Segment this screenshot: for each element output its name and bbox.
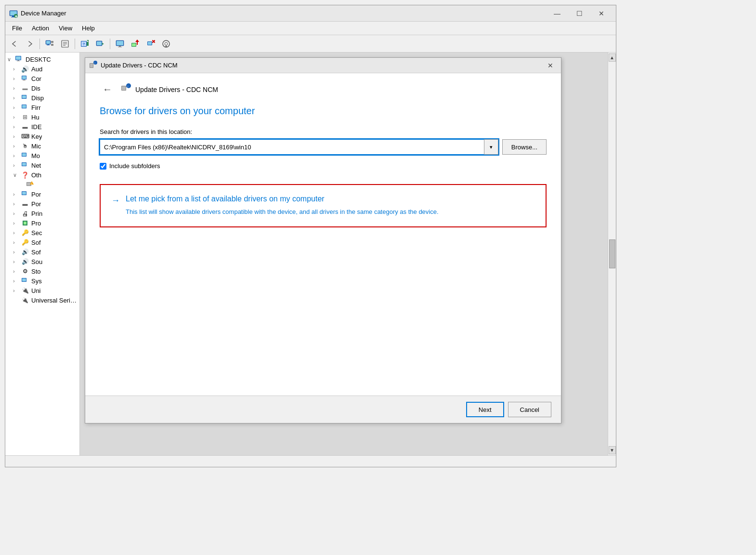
tree-item-ports1-arrow: › bbox=[13, 191, 21, 197]
tree-item-computer-icon bbox=[21, 75, 29, 82]
toolbar-uninstall[interactable] bbox=[143, 37, 158, 51]
include-subfolders-row: Include subfolders bbox=[100, 162, 547, 170]
tree-item-universal[interactable]: › 🔌 Uni bbox=[5, 286, 79, 295]
device-tree: ∨ DESKTC › 🔊 Aud › bbox=[5, 53, 80, 455]
tree-root-icon bbox=[15, 55, 24, 63]
tree-item-security-arrow: › bbox=[13, 230, 21, 236]
tree-item-usb[interactable]: 🔌 Universal Serial Bus devices bbox=[5, 295, 79, 305]
svg-rect-40 bbox=[16, 56, 21, 60]
tree-item-system[interactable]: › Sys bbox=[5, 276, 79, 286]
tree-item-network-label: Net bbox=[31, 162, 41, 169]
svg-rect-41 bbox=[18, 60, 19, 61]
svg-rect-46 bbox=[23, 80, 26, 80]
tree-item-monitors-icon bbox=[21, 152, 29, 159]
tree-item-software2-label: Sof bbox=[31, 249, 41, 256]
tree-item-network[interactable]: › Net bbox=[5, 160, 79, 170]
tree-item-ide[interactable]: › ▬ IDE bbox=[5, 122, 79, 132]
scrollbar-down-arrow[interactable]: ▼ bbox=[609, 446, 616, 454]
tree-item-usb-label: Universal Serial Bus devices bbox=[31, 297, 78, 304]
svg-rect-29 bbox=[132, 43, 136, 46]
tree-item-hid-icon: ⊞ bbox=[21, 113, 29, 121]
tree-item-disk-icon: ▬ bbox=[21, 84, 29, 92]
menu-view[interactable]: View bbox=[54, 23, 77, 34]
tree-root-label: DESKTC bbox=[26, 56, 51, 63]
toolbar-download[interactable] bbox=[159, 37, 173, 51]
tree-item-software1[interactable]: › 🔑 Sof bbox=[5, 238, 79, 247]
pick-from-list-option[interactable]: → Let me pick from a list of available d… bbox=[100, 184, 547, 227]
toolbar-help[interactable]: ? bbox=[78, 37, 92, 51]
tree-item-display-arrow: › bbox=[13, 95, 21, 101]
svg-rect-66 bbox=[90, 64, 93, 67]
tree-item-ide-label: IDE bbox=[31, 123, 42, 131]
tree-item-hid[interactable]: › ⊞ Hu bbox=[5, 112, 79, 122]
tree-item-audio-label: Aud bbox=[31, 66, 42, 73]
browse-button[interactable]: Browse... bbox=[502, 139, 547, 155]
toolbar-back[interactable] bbox=[7, 37, 22, 51]
scrollbar-up-arrow[interactable]: ▲ bbox=[609, 53, 616, 62]
pick-text-block: Let me pick from a list of available dri… bbox=[126, 195, 439, 217]
tree-item-audio[interactable]: › 🔊 Aud bbox=[5, 64, 79, 74]
tree-item-ports2-icon: ▬ bbox=[21, 200, 29, 208]
tree-item-security[interactable]: › 🔑 Sec bbox=[5, 228, 79, 238]
tree-item-software2[interactable]: › 🔊 Sof bbox=[5, 247, 79, 257]
tree-item-sound[interactable]: › 🔊 Sou bbox=[5, 257, 79, 266]
tree-item-sound-arrow: › bbox=[13, 259, 21, 264]
tree-item-system-arrow: › bbox=[13, 278, 21, 284]
toolbar-update-driver[interactable] bbox=[128, 37, 143, 51]
tree-item-system-icon bbox=[21, 277, 29, 285]
tree-item-keyboard-icon: ⌨ bbox=[21, 132, 29, 140]
svg-rect-50 bbox=[22, 105, 26, 108]
toolbar-forward[interactable] bbox=[23, 37, 37, 51]
tree-root[interactable]: ∨ DESKTC bbox=[5, 54, 79, 64]
next-button[interactable]: Next bbox=[466, 402, 504, 417]
tree-item-keyboard[interactable]: › ⌨ Key bbox=[5, 132, 79, 141]
dialog-back-button[interactable]: ← bbox=[100, 83, 115, 96]
tree-item-processors[interactable]: › Pro bbox=[5, 218, 79, 228]
dialog-close-button[interactable]: ✕ bbox=[544, 60, 557, 71]
path-dropdown-button[interactable]: ▾ bbox=[484, 139, 498, 155]
toolbar-scan[interactable] bbox=[93, 37, 107, 51]
scrollbar-thumb[interactable] bbox=[609, 239, 615, 268]
tree-item-other[interactable]: ∨ ❓ Oth bbox=[5, 170, 79, 180]
maximize-button[interactable]: ☐ bbox=[569, 7, 590, 20]
tree-item-processors-icon bbox=[21, 219, 29, 227]
menu-file[interactable]: File bbox=[7, 23, 27, 34]
tree-item-disk-drives[interactable]: › ▬ Dis bbox=[5, 83, 79, 93]
toolbar-monitor[interactable] bbox=[113, 37, 127, 51]
menu-action[interactable]: Action bbox=[27, 23, 54, 34]
tree-item-ports2-label: Por bbox=[31, 200, 41, 208]
tree-item-firmware[interactable]: › Firr bbox=[5, 103, 79, 112]
tree-item-printers[interactable]: › 🖨 Prin bbox=[5, 209, 79, 218]
tree-item-storage[interactable]: › ⚙ Sto bbox=[5, 266, 79, 276]
toolbar-device-manager[interactable] bbox=[42, 37, 57, 51]
tree-item-security-label: Sec bbox=[31, 229, 42, 237]
scrollbar[interactable]: ▲ ▼ bbox=[608, 53, 616, 455]
dialog-title-icon: ↑ bbox=[89, 60, 98, 70]
path-input-wrapper: ▾ bbox=[100, 139, 498, 155]
minimize-button[interactable]: — bbox=[547, 7, 568, 20]
svg-rect-60 bbox=[22, 192, 26, 195]
tree-item-mice[interactable]: › 🖱 Mic bbox=[5, 141, 79, 151]
tree-item-software2-arrow: › bbox=[13, 249, 21, 255]
tree-item-storage-label: Sto bbox=[31, 268, 41, 275]
tree-item-universal-label: Uni bbox=[31, 287, 41, 294]
tree-item-hid-label: Hu bbox=[31, 114, 39, 121]
tree-item-ports1[interactable]: › Por bbox=[5, 189, 79, 199]
include-subfolders-checkbox[interactable] bbox=[100, 163, 106, 170]
tree-item-processors-label: Pro bbox=[31, 220, 41, 227]
close-button[interactable]: ✕ bbox=[591, 7, 612, 20]
tree-item-mice-label: Mic bbox=[31, 143, 41, 150]
tree-item-computer[interactable]: › Cor bbox=[5, 74, 79, 83]
menu-help[interactable]: Help bbox=[77, 23, 100, 34]
toolbar-properties[interactable] bbox=[58, 37, 72, 51]
toolbar: ? bbox=[5, 35, 616, 53]
tree-item-monitors[interactable]: › Mo bbox=[5, 151, 79, 160]
tree-item-display[interactable]: › Disp bbox=[5, 93, 79, 103]
path-input[interactable] bbox=[100, 139, 498, 155]
tree-item-keyboard-label: Key bbox=[31, 133, 42, 140]
tree-item-warning-device[interactable]: ! bbox=[5, 180, 79, 189]
tree-item-other-icon: ❓ bbox=[21, 171, 29, 179]
cancel-button[interactable]: Cancel bbox=[508, 402, 551, 417]
tree-item-ports2[interactable]: › ▬ Por bbox=[5, 199, 79, 209]
svg-rect-26 bbox=[119, 46, 121, 47]
